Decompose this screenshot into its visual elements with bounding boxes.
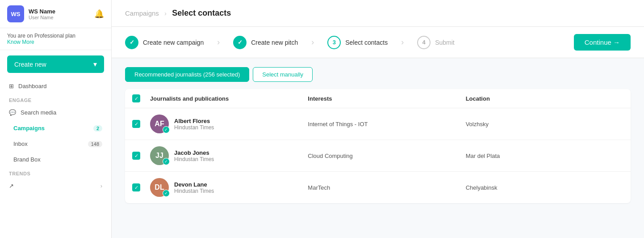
main-content: Campaigns › Select contacts ✓ Create new… <box>112 0 644 238</box>
trends-section-label: TRENDS <box>0 167 111 178</box>
journalist-avatar-2: DL ✓ <box>150 178 169 197</box>
sidebar-item-inbox[interactable]: Inbox 148 <box>0 136 111 152</box>
dashboard-icon: ⊞ <box>9 83 14 89</box>
verified-badge-0: ✓ <box>163 126 170 133</box>
journalist-name-1: Jacob Jones <box>174 149 214 156</box>
step-sep-1: › <box>217 38 220 47</box>
chevron-down-icon: ▾ <box>93 60 97 68</box>
know-more-link[interactable]: Know More <box>7 39 34 45</box>
campaigns-badge: 2 <box>93 125 102 132</box>
step-sep-3: › <box>401 38 404 47</box>
journalist-pub-0: Hindustan Times <box>174 124 214 131</box>
step-2-circle: ✓ <box>233 36 247 49</box>
contacts-table: ✓ Journalists and publications Interests… <box>125 89 631 203</box>
trends-icon: ↗ <box>9 183 14 189</box>
verified-badge-1: ✓ <box>163 158 170 165</box>
journalist-avatar-0: AF ✓ <box>150 115 169 133</box>
journalist-location-1: Mar del Plata <box>466 153 623 159</box>
journalist-avatar-1: JJ ✓ <box>150 146 169 165</box>
col-location: Location <box>466 95 623 102</box>
journalist-interests-0: Internet of Things - IOT <box>308 121 465 128</box>
sidebar-item-label: Dashboard <box>18 83 47 89</box>
inbox-badge: 148 <box>88 141 102 147</box>
avatar: WS <box>7 5 24 22</box>
step-2-label: Create new pitch <box>251 39 298 46</box>
sidebar-item-label: Inbox <box>13 140 28 147</box>
journalist-interests-1: Cloud Computing <box>308 153 465 159</box>
table-row: ✓ JJ ✓ Jacob Jones Hindustan Times Cloud… <box>125 140 631 172</box>
step-4-circle: 4 <box>417 36 431 49</box>
step-4-label: Submit <box>435 39 455 46</box>
sidebar-item-label: Brand Box <box>13 156 41 163</box>
sidebar-item-dashboard[interactable]: ⊞ Dashboard <box>0 78 111 94</box>
sidebar-item-brand-box[interactable]: Brand Box <box>0 152 111 167</box>
steps-bar: ✓ Create new campaign › ✓ Create new pit… <box>112 27 644 58</box>
user-info: WS Name User Name <box>29 8 55 20</box>
content-area: Recommended journalists (256 selected) S… <box>112 58 644 238</box>
sidebar-item-campaigns[interactable]: Campaigns 2 <box>0 120 111 136</box>
journalist-info-0: AF ✓ Albert Flores Hindustan Times <box>150 115 308 133</box>
top-bar: Campaigns › Select contacts <box>112 0 644 27</box>
user-role: User Name <box>29 15 55 20</box>
breadcrumb: Campaigns › Select contacts <box>125 8 231 18</box>
table-row: ✓ AF ✓ Albert Flores Hindustan Times Int… <box>125 108 631 140</box>
breadcrumb-separator: › <box>164 9 167 17</box>
select-all-checkbox[interactable]: ✓ <box>132 94 140 102</box>
col-interests: Interests <box>308 95 465 102</box>
journalist-interests-2: MarTech <box>308 184 465 191</box>
verified-badge-2: ✓ <box>163 190 170 197</box>
step-3: 3 Select contacts <box>327 36 388 49</box>
sidebar: WS WS Name User Name 🔔 You are on Profes… <box>0 0 112 238</box>
step-3-label: Select contacts <box>345 39 388 46</box>
step-3-circle: 3 <box>327 36 341 49</box>
breadcrumb-campaigns[interactable]: Campaigns <box>125 9 159 17</box>
notification-bell-icon[interactable]: 🔔 <box>94 9 104 19</box>
plan-notice: You are on Professional plan Know More <box>0 28 111 50</box>
journalist-info-1: JJ ✓ Jacob Jones Hindustan Times <box>150 146 308 165</box>
engage-section-label: ENGAGE <box>0 94 111 105</box>
recommended-tab[interactable]: Recommended journalists (256 selected) <box>125 67 249 82</box>
step-1-circle: ✓ <box>125 36 138 49</box>
search-media-icon: 💬 <box>9 109 16 116</box>
table-row: ✓ DL ✓ Devon Lane Hindustan Times MarTec… <box>125 172 631 203</box>
manual-tab[interactable]: Select manually <box>253 67 313 82</box>
continue-button[interactable]: Continue → <box>574 34 631 51</box>
journalist-location-0: Volzhsky <box>466 121 623 128</box>
table-header: ✓ Journalists and publications Interests… <box>125 89 631 108</box>
row-checkbox-1[interactable]: ✓ <box>132 152 140 160</box>
journalist-pub-2: Hindustan Times <box>174 188 214 194</box>
sidebar-header: WS WS Name User Name 🔔 <box>0 0 111 28</box>
journalist-info-2: DL ✓ Devon Lane Hindustan Times <box>150 178 308 197</box>
journalist-name-0: Albert Flores <box>174 118 214 124</box>
journalist-name-2: Devon Lane <box>174 181 214 188</box>
step-1-label: Create new campaign <box>143 39 204 46</box>
row-checkbox-0[interactable]: ✓ <box>132 120 140 128</box>
page-title: Select contacts <box>172 8 231 17</box>
sidebar-item-trends[interactable]: ↗ › <box>0 178 111 194</box>
step-1: ✓ Create new campaign <box>125 36 204 49</box>
row-checkbox-2[interactable]: ✓ <box>132 183 140 191</box>
step-4: 4 Submit <box>417 36 455 49</box>
user-name: WS Name <box>29 8 55 15</box>
table-body: ✓ AF ✓ Albert Flores Hindustan Times Int… <box>125 108 631 203</box>
filter-tabs: Recommended journalists (256 selected) S… <box>125 67 631 82</box>
create-new-button[interactable]: Create new ▾ <box>7 55 104 73</box>
col-journalists: Journalists and publications <box>150 95 308 102</box>
sidebar-item-label: Campaigns <box>13 125 45 132</box>
sidebar-item-search-media[interactable]: 💬 Search media <box>0 105 111 120</box>
step-sep-2: › <box>311 38 314 47</box>
journalist-location-2: Chelyabinsk <box>466 184 623 191</box>
chevron-right-icon: › <box>100 183 102 189</box>
step-2: ✓ Create new pitch <box>233 36 298 49</box>
journalist-pub-1: Hindustan Times <box>174 156 214 162</box>
sidebar-item-label: Search media <box>21 109 56 116</box>
